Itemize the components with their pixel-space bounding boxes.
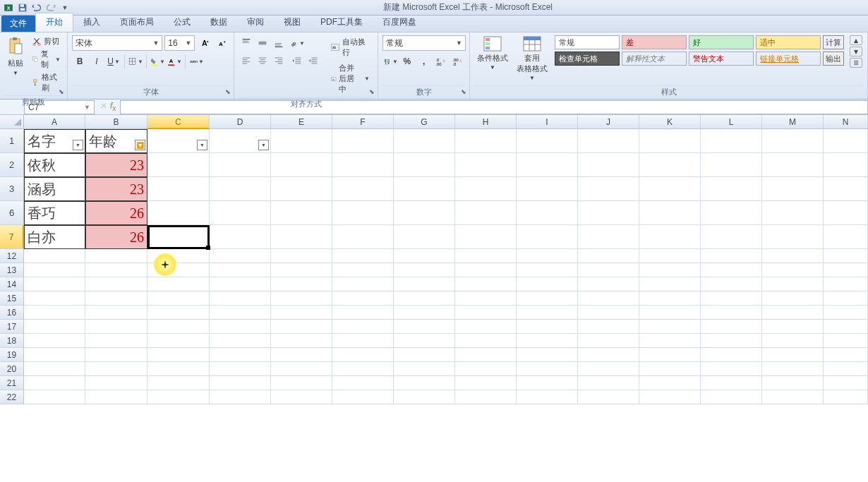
cell[interactable] [394,334,455,348]
cell[interactable] [762,263,824,277]
fill-color-icon[interactable]: ▼ [150,54,165,69]
tab-page-layout[interactable]: 页面布局 [110,13,164,32]
cell[interactable] [578,320,639,334]
cell[interactable] [762,201,824,225]
row-header[interactable]: 2 [0,153,24,177]
cell[interactable] [271,291,332,306]
cell[interactable] [517,201,578,225]
qat-dropdown-icon[interactable]: ▼ [59,2,71,13]
cell[interactable] [455,390,517,404]
alignment-launcher-icon[interactable]: ⬊ [368,88,376,97]
cell[interactable] [701,390,762,404]
cell[interactable] [394,320,455,334]
cell[interactable] [332,129,394,153]
cell[interactable] [210,334,271,348]
cell[interactable] [578,277,639,291]
cell[interactable] [639,177,701,201]
cell[interactable] [394,263,455,277]
cell[interactable] [271,334,332,348]
cell[interactable] [517,362,578,376]
align-right-icon[interactable] [271,53,287,68]
cell[interactable] [332,376,394,390]
cell[interactable] [147,320,210,334]
cell[interactable] [271,177,332,201]
cell[interactable] [271,390,332,404]
cell[interactable] [332,277,394,291]
cell[interactable] [147,348,210,362]
font-name-combo[interactable]: 宋体▼ [72,35,162,51]
cell[interactable] [639,277,701,291]
cell[interactable] [210,263,271,277]
wrap-text-button[interactable]: ab自动换行 [327,35,373,59]
cell[interactable] [455,129,517,153]
percent-icon[interactable]: % [399,54,415,69]
cell[interactable] [639,249,701,263]
cell-name[interactable]: 涵易 [24,177,85,201]
cell-age[interactable]: 26 [85,225,147,249]
cell[interactable] [639,320,701,334]
cell[interactable] [517,263,578,277]
cell-age[interactable]: 23 [85,153,147,177]
tab-data[interactable]: 数据 [200,13,237,32]
filter-dropdown-icon[interactable] [73,140,83,150]
style-normal[interactable]: 常规 [555,35,620,49]
cell[interactable] [517,348,578,362]
merge-center-button[interactable]: a合并后居中▼ [327,61,373,96]
font-launcher-icon[interactable]: ⬊ [224,88,232,97]
cell[interactable] [394,362,455,376]
style-explanatory[interactable]: 解释性文本 [622,52,687,66]
cell[interactable] [147,129,210,153]
cell[interactable] [639,129,701,153]
selected-cell[interactable] [147,225,210,249]
cell[interactable] [578,249,639,263]
cell[interactable] [455,334,517,348]
tab-file[interactable]: 文件 [1,16,35,32]
cell[interactable] [85,320,147,334]
row-header[interactable]: 15 [0,291,24,306]
cell[interactable] [271,201,332,225]
cell[interactable] [578,263,639,277]
cell[interactable] [517,277,578,291]
col-header-L[interactable]: L [701,115,762,129]
cell-name[interactable]: 依秋 [24,153,85,177]
cell[interactable] [455,306,517,320]
col-header-N[interactable]: N [824,115,868,129]
cell[interactable] [24,291,85,306]
cell[interactable] [578,201,639,225]
style-check-cell[interactable]: 检查单元格 [555,52,620,66]
cell[interactable] [24,348,85,362]
cell[interactable] [701,376,762,390]
cell[interactable] [578,334,639,348]
cell[interactable] [762,249,824,263]
tab-view[interactable]: 视图 [274,13,311,32]
cell[interactable] [210,376,271,390]
row-header[interactable]: 18 [0,334,24,348]
cell-name[interactable]: 白亦 [24,225,85,249]
cell[interactable] [701,306,762,320]
cell[interactable] [394,177,455,201]
cell[interactable] [762,177,824,201]
formula-input[interactable] [120,100,868,114]
cell[interactable] [762,348,824,362]
cell[interactable] [85,390,147,404]
cell[interactable] [332,225,394,249]
cell[interactable] [517,129,578,153]
cell[interactable] [332,201,394,225]
cell[interactable] [210,249,271,263]
tab-review[interactable]: 审阅 [237,13,274,32]
cell[interactable] [85,334,147,348]
cell[interactable] [271,277,332,291]
cell[interactable] [455,291,517,306]
filter-dropdown-icon[interactable] [197,140,207,150]
comma-icon[interactable]: , [416,54,432,69]
cell[interactable] [147,177,210,201]
row-header[interactable]: 6 [0,201,24,225]
cell[interactable] [701,362,762,376]
cell[interactable] [332,320,394,334]
cell[interactable] [332,249,394,263]
align-middle-icon[interactable] [255,35,270,51]
cell[interactable] [762,320,824,334]
cell[interactable] [394,291,455,306]
cell[interactable] [578,153,639,177]
cell[interactable] [824,201,868,225]
